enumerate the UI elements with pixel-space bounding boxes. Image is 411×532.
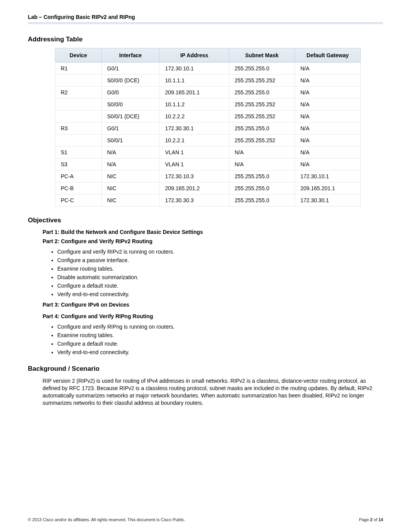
table-cell: 10.2.2.2 xyxy=(159,111,229,123)
table-cell: VLAN 1 xyxy=(159,159,229,171)
table-cell: 255.255.255.0 xyxy=(229,87,295,99)
table-cell: N/A xyxy=(295,99,361,111)
list-item: Configure a default route. xyxy=(57,339,383,348)
table-cell: N/A xyxy=(295,147,361,159)
table-cell: S3 xyxy=(55,159,102,171)
table-cell: 255.255.255.0 xyxy=(229,182,295,194)
col-mask: Subnet Mask xyxy=(229,48,295,63)
table-cell: 172.30.10.1 xyxy=(159,63,229,75)
table-row: R1G0/1172.30.10.1255.255.255.0N/A xyxy=(55,63,361,75)
table-cell: PC-B xyxy=(55,182,102,194)
table-cell: VLAN 1 xyxy=(159,147,229,159)
header-divider xyxy=(28,22,383,25)
table-cell: 255.255.255.252 xyxy=(229,135,295,147)
table-cell: S0/0/1 xyxy=(101,135,159,147)
table-cell: PC-A xyxy=(55,171,102,182)
list-item: Examine routing tables. xyxy=(57,331,383,339)
table-row: S3N/AVLAN 1N/AN/A xyxy=(55,159,361,171)
list-item: Configure and verify RIPv2 is running on… xyxy=(57,247,383,256)
table-cell: S0/0/0 xyxy=(101,99,159,111)
table-cell: 172.30.10.3 xyxy=(159,171,229,182)
list-item: Configure and verify RIPng is running on… xyxy=(57,322,383,331)
page-header-title: Lab – Configuring Basic RIPv2 and RIPng xyxy=(28,14,383,20)
list-item: Examine routing tables. xyxy=(57,264,383,273)
table-row: S0/0/0 (DCE)10.1.1.1255.255.255.252N/A xyxy=(55,75,361,87)
table-cell: N/A xyxy=(295,135,361,147)
table-row: PC-ANIC172.30.10.3255.255.255.0172.30.10… xyxy=(55,171,361,182)
table-cell: N/A xyxy=(295,123,361,135)
table-cell: 10.2.2.1 xyxy=(159,135,229,147)
part2-list: Configure and verify RIPv2 is running on… xyxy=(57,247,383,298)
table-cell xyxy=(55,111,102,123)
table-cell: S0/0/0 (DCE) xyxy=(101,75,159,87)
col-ip: IP Address xyxy=(159,48,229,63)
table-cell: N/A xyxy=(295,111,361,123)
background-text: RIP version 2 (RIPv2) is used for routin… xyxy=(43,377,383,407)
col-gateway: Default Gateway xyxy=(295,48,361,63)
table-cell: N/A xyxy=(295,63,361,75)
table-cell: R3 xyxy=(55,123,102,135)
table-row: PC-BNIC209.165.201.2255.255.255.0209.165… xyxy=(55,182,361,194)
table-cell: 255.255.255.252 xyxy=(229,111,295,123)
addressing-heading: Addressing Table xyxy=(28,36,383,43)
table-cell: R1 xyxy=(55,63,102,75)
table-cell: NIC xyxy=(101,194,159,206)
table-cell: 172.30.30.3 xyxy=(159,194,229,206)
table-row: S0/0/010.1.1.2255.255.255.252N/A xyxy=(55,99,361,111)
list-item: Configure a passive interface. xyxy=(57,256,383,264)
part2-heading: Part 2: Configure and Verify RIPv2 Routi… xyxy=(43,238,383,244)
table-cell: 255.255.255.252 xyxy=(229,99,295,111)
table-cell: G0/1 xyxy=(101,123,159,135)
table-cell: 172.30.30.1 xyxy=(295,194,361,206)
part1-heading: Part 1: Build the Network and Configure … xyxy=(43,229,383,235)
footer-right: Page 2 of 14 xyxy=(359,517,383,522)
part4-list: Configure and verify RIPng is running on… xyxy=(57,322,383,356)
table-cell: S1 xyxy=(55,147,102,159)
footer-page-prefix: Page xyxy=(359,517,370,522)
objectives-heading: Objectives xyxy=(28,217,383,224)
table-row: S0/0/1 (DCE)10.2.2.2255.255.255.252N/A xyxy=(55,111,361,123)
table-cell xyxy=(55,75,102,87)
table-row: S0/0/110.2.2.1255.255.255.252N/A xyxy=(55,135,361,147)
table-cell: N/A xyxy=(229,147,295,159)
table-cell: N/A xyxy=(229,159,295,171)
table-row: R2G0/0209.165.201.1255.255.255.0N/A xyxy=(55,87,361,99)
list-item: Configure a default route. xyxy=(57,281,383,290)
addressing-table-wrap: Device Interface IP Address Subnet Mask … xyxy=(55,48,383,206)
table-cell: NIC xyxy=(101,182,159,194)
table-cell: 10.1.1.1 xyxy=(159,75,229,87)
table-cell: N/A xyxy=(101,147,159,159)
table-row: S1N/AVLAN 1N/AN/A xyxy=(55,147,361,159)
table-cell: 255.255.255.0 xyxy=(229,123,295,135)
table-cell: 209.165.201.2 xyxy=(159,182,229,194)
table-cell: PC-C xyxy=(55,194,102,206)
part4-heading: Part 4: Configure and Verify RIPng Routi… xyxy=(43,313,383,319)
table-cell: 209.165.201.1 xyxy=(159,87,229,99)
list-item: Verify end-to-end connectivity. xyxy=(57,348,383,356)
col-interface: Interface xyxy=(101,48,159,63)
table-cell: R2 xyxy=(55,87,102,99)
table-cell: 172.30.10.1 xyxy=(295,171,361,182)
table-cell: N/A xyxy=(295,75,361,87)
table-cell: 255.255.255.0 xyxy=(229,194,295,206)
background-heading: Background / Scenario xyxy=(28,365,383,373)
table-cell: 10.1.1.2 xyxy=(159,99,229,111)
footer-total: 14 xyxy=(378,517,383,522)
table-header-row: Device Interface IP Address Subnet Mask … xyxy=(55,48,361,63)
page-footer: © 2013 Cisco and/or its affiliates. All … xyxy=(28,517,383,522)
list-item: Disable automatic summarization. xyxy=(57,273,383,281)
col-device: Device xyxy=(55,48,102,63)
table-cell: S0/0/1 (DCE) xyxy=(101,111,159,123)
table-cell: G0/0 xyxy=(101,87,159,99)
list-item: Verify end-to-end connectivity. xyxy=(57,290,383,298)
table-row: PC-CNIC172.30.30.3255.255.255.0172.30.30… xyxy=(55,194,361,206)
footer-of: of xyxy=(372,517,378,522)
table-cell xyxy=(55,99,102,111)
footer-left: © 2013 Cisco and/or its affiliates. All … xyxy=(28,517,185,522)
addressing-table: Device Interface IP Address Subnet Mask … xyxy=(55,48,361,206)
table-cell: 255.255.255.0 xyxy=(229,171,295,182)
table-cell: 209.165.201.1 xyxy=(295,182,361,194)
table-cell: NIC xyxy=(101,171,159,182)
table-cell: 255.255.255.252 xyxy=(229,75,295,87)
table-cell xyxy=(55,135,102,147)
